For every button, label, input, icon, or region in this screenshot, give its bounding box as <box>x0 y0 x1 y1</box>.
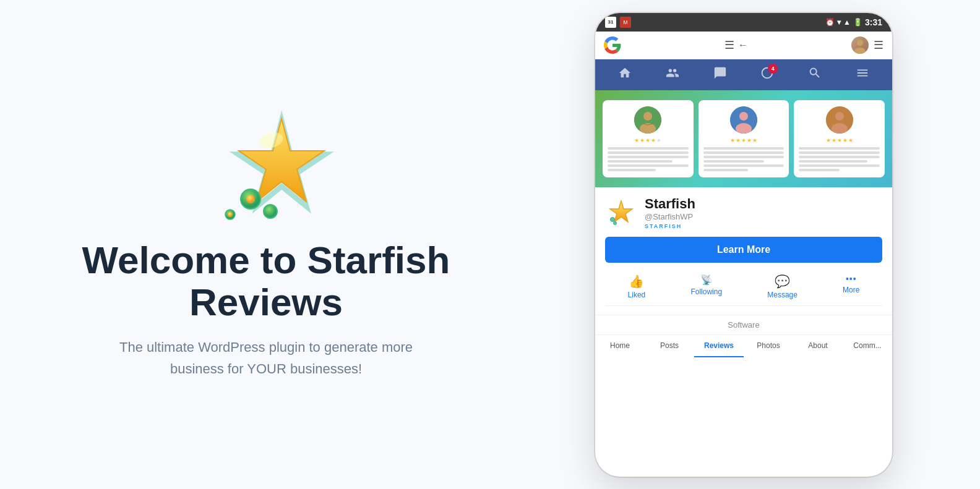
more-button[interactable]: ••• More <box>843 274 859 299</box>
tab-bar: Home Posts Reviews Photos About Comm... <box>595 335 892 357</box>
wifi-icon: ▾ <box>837 18 841 27</box>
status-bar-right: ⏰ ▾ ▲ 🔋 3:31 <box>825 17 882 27</box>
battery-icon: 🔋 <box>853 18 862 27</box>
review-avatar-2 <box>730 106 757 134</box>
tab-about[interactable]: About <box>793 335 843 357</box>
fb-search-icon[interactable] <box>801 61 829 88</box>
right-panel: 31 M ⏰ ▾ ▲ 🔋 3:31 ☰ ← <box>532 0 980 489</box>
message-label: Message <box>767 291 797 299</box>
review-lines-3 <box>799 147 880 171</box>
svg-point-12 <box>739 112 748 121</box>
gmail-icon: M <box>620 17 631 28</box>
fb-messenger-icon[interactable] <box>706 61 734 88</box>
following-icon: 📡 <box>700 274 713 286</box>
review-card-2: ★ ★ ★ ★ ★ <box>698 100 789 177</box>
page-header: Starfish @StarfishWP STARFISH <box>605 196 882 229</box>
message-icon: 💬 <box>775 274 790 289</box>
fb-notifications-icon[interactable]: 4 <box>753 61 781 88</box>
review-stars-1: ★ ★ ★ ★ ★ <box>634 137 661 143</box>
facebook-nav: 4 <box>595 59 892 90</box>
category-label: Software <box>595 315 892 335</box>
liked-button[interactable]: 👍 Liked <box>628 274 646 299</box>
review-stars-3: ★ ★ ★ ★ ★ <box>826 137 853 143</box>
svg-point-6 <box>857 40 863 46</box>
google-icon <box>604 36 621 54</box>
notification-badge: 4 <box>768 64 778 74</box>
tab-photos[interactable]: Photos <box>744 335 793 357</box>
review-card-1: ★ ★ ★ ★ ★ <box>603 100 694 177</box>
more-label: More <box>843 286 859 294</box>
svg-point-15 <box>835 112 844 121</box>
reviews-banner: ★ ★ ★ ★ ★ <box>595 90 892 187</box>
calendar-icon: 31 <box>605 17 616 28</box>
svg-point-7 <box>854 48 866 54</box>
page-title-area: Starfish @StarfishWP STARFISH <box>645 196 882 229</box>
tab-comments[interactable]: Comm... <box>843 335 892 357</box>
review-lines-2 <box>703 147 784 171</box>
welcome-title: Welcome to Starfish Reviews <box>82 239 450 323</box>
tab-posts[interactable]: Posts <box>645 335 694 357</box>
welcome-subtitle: The ultimate WordPress plugin to generat… <box>105 336 427 380</box>
star-illustration <box>179 91 353 239</box>
more-icon: ••• <box>846 274 857 284</box>
page-info: Starfish @StarfishWP STARFISH Learn More… <box>595 187 892 315</box>
svg-point-9 <box>643 112 652 121</box>
status-bar: 31 M ⏰ ▾ ▲ 🔋 3:31 <box>595 13 892 32</box>
back-arrow-icon[interactable]: ← <box>738 40 748 51</box>
review-card-3: ★ ★ ★ ★ ★ <box>794 100 885 177</box>
following-label: Following <box>690 287 722 296</box>
svg-point-3 <box>264 205 277 218</box>
tab-home[interactable]: Home <box>595 335 645 357</box>
page-logo-star <box>605 196 637 228</box>
starfish-brand-text: STARFISH <box>645 223 882 229</box>
svg-point-17 <box>611 217 615 221</box>
review-avatar-1 <box>634 106 661 134</box>
alarm-icon: ⏰ <box>825 18 835 27</box>
fb-home-icon[interactable] <box>611 61 639 88</box>
following-button[interactable]: 📡 Following <box>690 274 722 299</box>
hamburger-menu-right[interactable]: ☰ <box>874 38 883 52</box>
hamburger-menu-left[interactable]: ☰ <box>724 38 734 52</box>
learn-more-button[interactable]: Learn More <box>605 237 882 263</box>
left-panel: Welcome to Starfish Reviews The ultimate… <box>0 0 532 489</box>
user-avatar[interactable] <box>851 36 869 54</box>
tab-reviews[interactable]: Reviews <box>694 335 744 357</box>
phone-mockup: 31 M ⏰ ▾ ▲ 🔋 3:31 ☰ ← <box>595 13 892 477</box>
review-avatar-3 <box>826 106 853 134</box>
message-button[interactable]: 💬 Message <box>767 274 797 299</box>
page-name: Starfish <box>645 196 882 212</box>
svg-point-18 <box>614 221 617 224</box>
google-bar-center: ☰ ← <box>621 38 851 52</box>
page-handle: @StarfishWP <box>645 212 882 221</box>
liked-label: Liked <box>628 291 646 299</box>
google-bar: ☰ ← ☰ <box>595 32 892 59</box>
review-stars-2: ★ ★ ★ ★ ★ <box>730 137 757 143</box>
fb-friends-icon[interactable] <box>658 61 687 88</box>
fb-menu-icon[interactable] <box>848 61 877 88</box>
action-buttons: 👍 Liked 📡 Following 💬 Message ••• More <box>605 270 882 306</box>
signal-icon: ▲ <box>843 18 851 27</box>
liked-icon: 👍 <box>629 274 644 289</box>
svg-point-2 <box>246 195 255 203</box>
svg-point-5 <box>228 212 233 217</box>
page-logo <box>605 196 637 228</box>
review-lines-1 <box>608 147 689 171</box>
status-time: 3:31 <box>865 17 882 27</box>
status-bar-left: 31 M <box>605 17 631 28</box>
